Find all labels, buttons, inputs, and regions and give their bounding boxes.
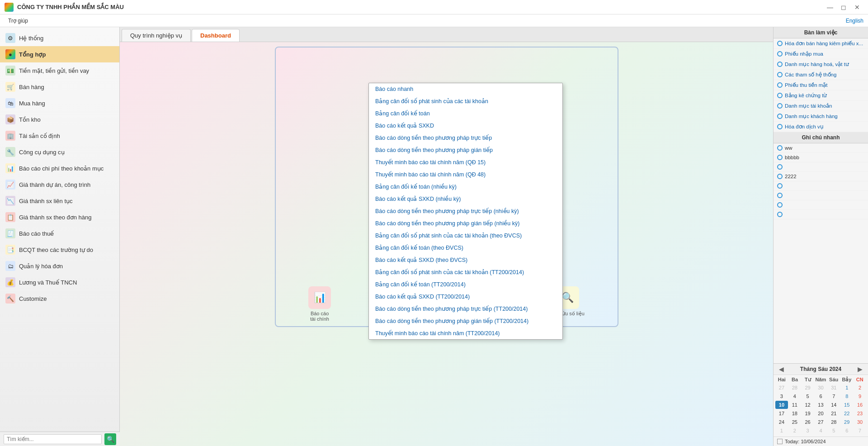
cal-day-3[interactable]: 3: [775, 392, 788, 400]
cal-day-8[interactable]: 8: [840, 392, 853, 400]
cal-day-2[interactable]: 2: [854, 384, 866, 392]
dropdown-item-20[interactable]: Thuyết minh báo cáo tài chính năm (TT200…: [369, 327, 562, 339]
cal-day-2-other[interactable]: 2: [788, 427, 801, 435]
cal-day-29-other[interactable]: 29: [802, 384, 814, 392]
dropdown-item-13[interactable]: Bảng cân đối kế toán (theo ĐVCS): [369, 242, 562, 254]
cal-day-14[interactable]: 14: [827, 401, 840, 409]
cal-day-13[interactable]: 13: [815, 401, 827, 409]
dropdown-item-15[interactable]: Bảng cân đối số phát sinh của các tài kh…: [369, 266, 562, 278]
sidebar-item-luong[interactable]: 💰Lương và Thuế TNCN: [0, 274, 119, 290]
cal-day-28[interactable]: 28: [827, 418, 840, 426]
calendar-next[interactable]: ▶: [856, 365, 864, 373]
cal-day-18[interactable]: 18: [788, 409, 801, 418]
cal-day-12[interactable]: 12: [802, 401, 814, 409]
today-checkbox[interactable]: [777, 439, 783, 444]
dropdown-item-10[interactable]: Báo cáo dòng tiền theo phương pháp trực …: [369, 205, 562, 217]
cal-day-5-other[interactable]: 5: [827, 427, 840, 435]
cal-day-22[interactable]: 22: [840, 409, 853, 418]
dropdown-item-9[interactable]: Báo cáo kết quả SXKD (nhiều kỳ): [369, 193, 562, 205]
dropdown-item-7[interactable]: Thuyết minh báo cáo tài chính năm (QĐ 48…: [369, 168, 562, 180]
cal-day-30-other[interactable]: 30: [815, 384, 827, 392]
blv-item-4[interactable]: Phiếu thu tiền mặt: [774, 80, 868, 90]
dropdown-item-12[interactable]: Bảng cân đối số phát sinh của các tài kh…: [369, 229, 562, 242]
cal-day-31-other[interactable]: 31: [827, 384, 840, 392]
cal-day-20[interactable]: 20: [815, 409, 827, 418]
cal-day-28-other[interactable]: 28: [788, 384, 801, 392]
dropdown-item-17[interactable]: Báo cáo kết quả SXKD (TT200/2014): [369, 290, 562, 303]
blv-item-0[interactable]: Hóa đơn bán hàng kiêm phiếu x...: [774, 38, 868, 49]
cal-day-16[interactable]: 16: [854, 401, 866, 409]
minimize-button[interactable]: —: [824, 1, 836, 14]
sidebar-item-ton[interactable]: 📦Tồn kho: [0, 111, 119, 128]
blv-item-5[interactable]: Bảng kê chứng từ: [774, 90, 868, 101]
sidebar-search-button[interactable]: 🔍: [104, 433, 116, 445]
sidebar-item-giatdh[interactable]: 📋Giá thành sx theo đơn hàng: [0, 209, 119, 225]
blv-item-8[interactable]: Hóa đơn dịch vụ: [774, 122, 868, 132]
dropdown-item-5[interactable]: Báo cáo dòng tiền theo phương pháp gián …: [369, 144, 562, 156]
blv-item-1[interactable]: Phiếu nhập mua: [774, 49, 868, 59]
dropdown-item-18[interactable]: Báo cáo dòng tiền theo phương pháp trực …: [369, 303, 562, 315]
cal-day-26[interactable]: 26: [802, 418, 814, 426]
cal-day-21[interactable]: 21: [827, 409, 840, 418]
cal-day-4-other[interactable]: 4: [815, 427, 827, 435]
tab-dashboard[interactable]: Dashboard: [192, 29, 240, 42]
dropdown-item-6[interactable]: Thuyết minh báo cáo tài chính năm (QĐ 15…: [369, 156, 562, 168]
sidebar-item-mua[interactable]: 🛍Mua hàng: [0, 95, 119, 111]
calendar-prev[interactable]: ◀: [777, 365, 786, 373]
dropdown-item-16[interactable]: Bảng cân đối kế toán (TT200/2014): [369, 278, 562, 290]
cal-day-5[interactable]: 5: [802, 392, 814, 400]
sidebar-item-baocao-thue[interactable]: 🧾Báo cáo thuế: [0, 225, 119, 242]
sidebar-item-qly[interactable]: 🗂Quản lý hóa đơn: [0, 258, 119, 274]
cal-day-1[interactable]: 1: [840, 384, 853, 392]
sidebar-item-tien[interactable]: 💵Tiền mặt, tiền gửi, tiền vay: [0, 62, 119, 79]
cal-day-1-other[interactable]: 1: [775, 427, 788, 435]
cal-day-27-other[interactable]: 27: [775, 384, 788, 392]
dropdown-item-2[interactable]: Bảng cân đối kế toán: [369, 107, 562, 119]
nav-bao-cao[interactable]: Báo cáotài chính: [310, 311, 329, 322]
sidebar-item-giatl[interactable]: 📉Giá thành sx liên tục: [0, 193, 119, 209]
dropdown-item-4[interactable]: Báo cáo dòng tiền theo phương pháp trực …: [369, 132, 562, 144]
cal-day-29[interactable]: 29: [840, 418, 853, 426]
sidebar-item-bcqt[interactable]: 📑BCQT theo các trường tự do: [0, 242, 119, 258]
cal-day-23[interactable]: 23: [854, 409, 866, 418]
language-selector[interactable]: English: [846, 18, 863, 24]
blv-item-7[interactable]: Danh mục khách hàng: [774, 111, 868, 122]
cal-day-10[interactable]: 10: [775, 401, 788, 409]
sidebar-item-bccp[interactable]: 📊Báo cáo chi phí theo khoản mục: [0, 160, 119, 176]
cal-day-19[interactable]: 19: [802, 409, 814, 418]
cal-day-9[interactable]: 9: [854, 392, 866, 400]
sidebar-item-taisan[interactable]: 🏢Tài sản cố định: [0, 128, 119, 144]
dropdown-item-3[interactable]: Báo cáo kết quả SXKD: [369, 119, 562, 132]
cal-day-7[interactable]: 7: [827, 392, 840, 400]
cal-day-17[interactable]: 17: [775, 409, 788, 418]
dropdown-item-19[interactable]: Báo cáo dòng tiền theo phương pháp gián …: [369, 315, 562, 327]
cal-day-25[interactable]: 25: [788, 418, 801, 426]
sidebar-item-giatp[interactable]: 📈Giá thành dự án, công trình: [0, 176, 119, 193]
cal-day-4[interactable]: 4: [788, 392, 801, 400]
dropdown-item-11[interactable]: Báo cáo dòng tiền theo phương pháp gián …: [369, 217, 562, 229]
dropdown-item-14[interactable]: Báo cáo kết quả SXKD (theo ĐVCS): [369, 254, 562, 266]
tab-quy-trinh[interactable]: Quy trình nghiệp vụ: [122, 29, 191, 42]
menu-item-tro-giup[interactable]: Trợ giúp: [5, 17, 32, 25]
cal-day-3-other[interactable]: 3: [802, 427, 814, 435]
window-controls[interactable]: — ◻ ✕: [824, 1, 863, 14]
cal-day-27[interactable]: 27: [815, 418, 827, 426]
cal-day-6[interactable]: 6: [815, 392, 827, 400]
sidebar-item-custom[interactable]: 🔨Customize: [0, 290, 119, 307]
cal-day-7-other[interactable]: 7: [854, 427, 866, 435]
dropdown-item-1[interactable]: Bảng cân đối số phát sinh của các tài kh…: [369, 95, 562, 107]
cal-day-11[interactable]: 11: [788, 401, 801, 409]
blv-item-2[interactable]: Danh mục hàng hoá, vật tư: [774, 59, 868, 70]
cal-day-6-other[interactable]: 6: [840, 427, 853, 435]
sidebar-item-tong-hop[interactable]: ●Tổng hợp: [0, 46, 119, 62]
sidebar-item-he-thong[interactable]: ⚙Hệ thống: [0, 30, 119, 46]
blv-item-6[interactable]: Danh mục tài khoản: [774, 101, 868, 111]
sidebar-search-input[interactable]: [4, 434, 102, 444]
close-button[interactable]: ✕: [851, 1, 863, 14]
dropdown-item-0[interactable]: Báo cáo nhanh: [369, 83, 562, 95]
blv-item-3[interactable]: Các tham số hệ thống: [774, 70, 868, 80]
cal-day-30[interactable]: 30: [854, 418, 866, 426]
sidebar-item-cong[interactable]: 🔧Công cụ dụng cụ: [0, 144, 119, 160]
cal-day-15[interactable]: 15: [840, 401, 853, 409]
sidebar-item-ban[interactable]: 🛒Bán hàng: [0, 79, 119, 95]
